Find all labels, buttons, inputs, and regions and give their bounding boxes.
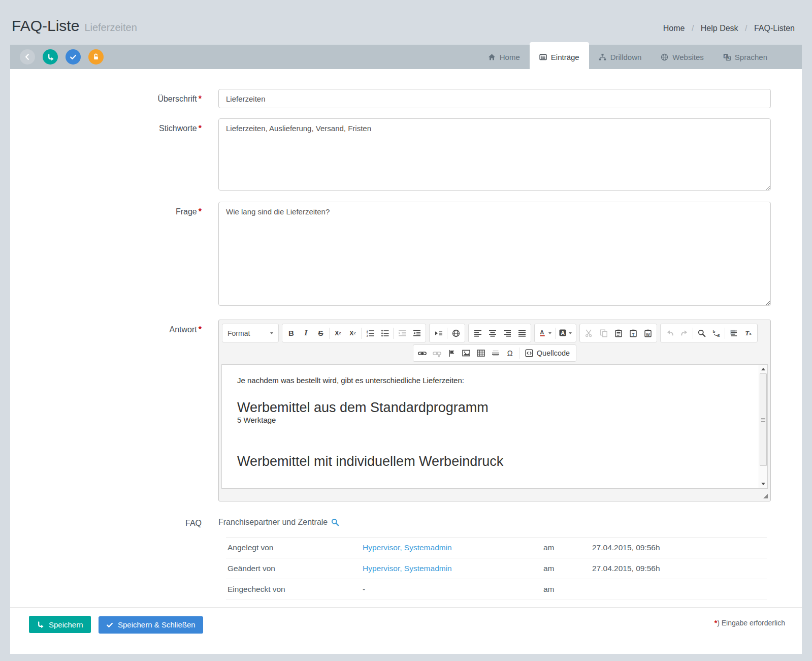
format-dropdown[interactable]: Format [222, 324, 279, 342]
special-character-button[interactable]: Ω [503, 346, 518, 361]
redo-button[interactable] [677, 326, 692, 340]
user-link[interactable]: Hypervisor, Systemadmin [363, 564, 543, 573]
italic-button[interactable]: I [299, 326, 313, 340]
breadcrumb-home[interactable]: Home [663, 24, 685, 33]
tab-label: Websites [672, 53, 703, 61]
chevron-down-icon [548, 332, 551, 334]
chevron-down-icon [270, 332, 273, 334]
page-header: FAQ-ListeLieferzeiten Home / Help Desk /… [0, 0, 812, 45]
justify-button[interactable] [514, 326, 529, 340]
select-all-button[interactable] [726, 326, 741, 340]
background-color-button[interactable]: A [557, 326, 574, 340]
required-mark: * [199, 95, 202, 103]
remove-format-button[interactable]: Tx [741, 326, 756, 340]
form-row-frage: Frage* Wie lang sind die Lieferzeiten? [10, 202, 802, 308]
text-color-button[interactable]: A [536, 326, 554, 340]
faq-form: Überschrift* Stichworte* Lieferzeiten, A… [10, 69, 802, 654]
paste-from-word-button[interactable]: W [640, 326, 655, 340]
horizontal-rule-button[interactable] [489, 346, 503, 361]
breadcrumb-separator: / [687, 24, 698, 33]
unlock-circle-button[interactable] [88, 49, 104, 65]
page-title: FAQ-Liste [12, 17, 79, 34]
required-mark: * [199, 207, 202, 216]
editor-toolbar-row2: Ω Quellcode [221, 344, 768, 362]
outdent-button[interactable] [395, 326, 409, 340]
paste-button[interactable] [611, 326, 626, 340]
breadcrumb-faq-listen[interactable]: FAQ-Listen [754, 24, 795, 33]
svg-text:Ω: Ω [507, 349, 513, 357]
tab-websites[interactable]: Websites [651, 45, 713, 69]
stichworte-textarea[interactable]: Lieferzeiten, Auslieferung, Versand, Fri… [218, 118, 771, 191]
tab-bar: Home Einträge Drilldown Websites aA Spra… [478, 45, 777, 69]
link-button[interactable] [415, 346, 430, 361]
faq-search-icon[interactable] [331, 518, 339, 526]
subscript-button[interactable]: X2 [331, 326, 345, 340]
tab-label: Home [500, 53, 520, 61]
required-mark: * [199, 124, 202, 133]
form-row-faq: FAQ Franchisepartner und Zentrale Angele… [10, 512, 802, 600]
table-button[interactable] [474, 346, 489, 361]
back-button[interactable] [20, 49, 35, 65]
paste-plain-text-button[interactable]: T [626, 326, 640, 340]
breadcrumb-helpdesk[interactable]: Help Desk [701, 24, 738, 33]
replace-button[interactable]: ba [709, 326, 724, 340]
editor-resize-handle[interactable] [763, 494, 768, 498]
form-footer: Speichern Speichern & Schließen *) Einga… [10, 607, 802, 654]
svg-text:A: A [561, 330, 565, 336]
scrollbar-down-arrow[interactable] [759, 480, 767, 488]
toolbar-group-blocks [429, 324, 465, 342]
bulleted-list-button[interactable] [377, 326, 392, 340]
meta-label: Angelegt von [228, 543, 363, 552]
tab-drilldown[interactable]: Drilldown [589, 45, 652, 69]
anchor-button[interactable] [444, 346, 459, 361]
user-link[interactable]: Hypervisor, Systemadmin [363, 543, 543, 552]
indent-button[interactable] [409, 326, 424, 340]
svg-text:A: A [727, 56, 730, 60]
faq-label: FAQ [10, 512, 218, 528]
save-circle-button[interactable] [43, 49, 58, 65]
source-button[interactable]: Quellcode [521, 346, 574, 361]
toolbar-group-clipboard: T W [579, 324, 657, 342]
tab-sprachen[interactable]: aA Sprachen [713, 45, 777, 69]
image-button[interactable] [459, 346, 474, 361]
ueberschrift-input[interactable] [218, 89, 771, 108]
action-buttons [20, 49, 104, 65]
frage-textarea[interactable]: Wie lang sind die Lieferzeiten? [218, 202, 771, 306]
meta-am: am [543, 585, 592, 594]
page-title-block: FAQ-ListeLieferzeiten [12, 17, 137, 35]
undo-button[interactable] [662, 326, 677, 340]
table-row: Angelegt von Hypervisor, Systemadmin am … [226, 537, 767, 558]
faq-category-value: Franchisepartner und Zentrale [218, 518, 328, 527]
breadcrumb-separator: / [740, 24, 752, 33]
numbered-list-button[interactable]: 123 [363, 326, 377, 340]
align-right-button[interactable] [500, 326, 514, 340]
save-and-close-button[interactable]: Speichern & Schließen [99, 616, 203, 634]
approve-circle-button[interactable] [66, 49, 81, 65]
required-mark: * [199, 325, 202, 334]
scrollbar-thumb[interactable] [760, 373, 767, 466]
unlink-button[interactable] [430, 346, 444, 361]
bold-button[interactable]: B [284, 326, 299, 340]
antwort-label: Antwort* [10, 320, 218, 334]
editor-scrollbar[interactable] [759, 365, 767, 488]
toolbar-group-basicstyles: B I S X2 X2 123 [282, 324, 426, 342]
cut-button[interactable] [581, 326, 596, 340]
find-button[interactable] [694, 326, 709, 340]
blockquote-button[interactable] [431, 326, 446, 340]
format-dropdown-value: Format [228, 329, 250, 337]
strikethrough-button[interactable]: S [313, 326, 328, 340]
home-icon [488, 53, 496, 61]
align-left-button[interactable] [470, 326, 485, 340]
copy-button[interactable] [596, 326, 611, 340]
save-button[interactable]: Speichern [29, 616, 91, 633]
unlock-icon [92, 53, 100, 60]
tab-eintraege[interactable]: Einträge [530, 42, 589, 72]
required-note: *) Eingabe erforderlich [713, 616, 785, 627]
tab-home[interactable]: Home [478, 45, 530, 69]
scrollbar-up-arrow[interactable] [759, 365, 767, 373]
language-direction-button[interactable] [448, 326, 463, 340]
meta-label: Geändert von [228, 564, 363, 573]
align-center-button[interactable] [485, 326, 500, 340]
superscript-button[interactable]: X2 [345, 326, 360, 340]
editor-content[interactable]: Je nachdem was bestellt wird, gibt es un… [221, 364, 768, 489]
